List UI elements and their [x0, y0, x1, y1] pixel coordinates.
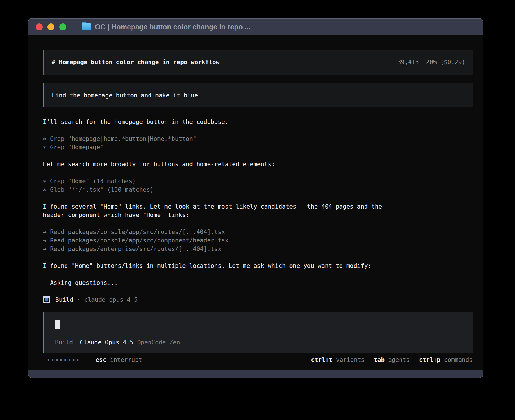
agent-status-line: Build · claude-opus-4-5: [43, 296, 401, 304]
session-header: # Homepage button color change in repo w…: [43, 50, 473, 75]
tool-call-line: ∗ Grep "homepage|home.*button|Home.*butt…: [43, 135, 401, 143]
session-cost: ($0.29): [440, 58, 465, 66]
zoom-window-button[interactable]: [59, 23, 66, 30]
assistant-text: I'll search for the homepage button in t…: [43, 118, 401, 126]
tool-call-line: → Read packages/enterprise/src/routes/[.…: [43, 245, 401, 253]
assistant-text: I found several "Home" links. Let me loo…: [43, 202, 401, 219]
terminal-window: OC | Homepage button color change in rep…: [28, 18, 483, 378]
conversation-transcript: I'll search for the homepage button in t…: [43, 118, 401, 304]
hint-commands: ctrl+p commands: [419, 356, 473, 364]
user-message: Find the homepage button and make it blu…: [43, 83, 473, 107]
separator-dot: ·: [77, 296, 80, 304]
session-stats: 39,413 20% ($0.29): [398, 58, 465, 66]
input-provider-label: OpenCode Zen: [137, 338, 180, 347]
window-titlebar[interactable]: OC | Homepage button color change in rep…: [28, 19, 483, 35]
agent-build-icon: [43, 296, 50, 303]
token-count: 39,413: [398, 58, 419, 66]
user-message-text: Find the homepage button and make it blu…: [52, 91, 198, 100]
terminal-content: # Homepage button color change in repo w…: [28, 35, 483, 370]
tool-call-line: ∗ Glob "**/*.tsx" (100 matches): [43, 185, 401, 194]
status-text: ~ Asking questions...: [43, 279, 401, 287]
prompt-input[interactable]: Build Claude Opus 4.5 OpenCode Zen: [43, 312, 473, 353]
agent-name: Build: [55, 296, 73, 304]
hint-variants: ctrl+t variants: [311, 356, 365, 364]
window-title: OC | Homepage button color change in rep…: [95, 23, 250, 31]
text-cursor: [55, 320, 60, 329]
session-title: # Homepage button color change in repo w…: [52, 58, 219, 66]
hint-interrupt: esc interrupt: [96, 356, 142, 364]
context-percent: 20%: [426, 58, 437, 66]
hint-agents: tab agents: [374, 356, 410, 364]
assistant-text: I found "Home" buttons/links in multiple…: [43, 262, 401, 270]
folder-icon: [82, 23, 91, 30]
input-status-line: Build Claude Opus 4.5 OpenCode Zen: [55, 338, 465, 347]
tool-call-line: ∗ Grep "Home" (18 matches): [43, 177, 401, 185]
assistant-text: Let me search more broadly for buttons a…: [43, 160, 401, 169]
tool-call-line: ∗ Grep "Homepage": [43, 143, 401, 152]
tool-call-line: → Read packages/console/app/src/routes/[…: [43, 228, 401, 236]
model-name: claude-opus-4-5: [84, 296, 138, 304]
keyboard-hints: ctrl+t variants tab agents ctrl+p comman…: [302, 356, 473, 364]
spinner-dots-icon: ▪▪▪▪▪▪▪▪: [47, 356, 81, 364]
status-bar: ▪▪▪▪▪▪▪▪ esc interrupt ctrl+t variants t…: [43, 356, 473, 364]
input-model-label: Claude Opus 4.5: [80, 338, 134, 347]
minimize-window-button[interactable]: [47, 23, 54, 30]
input-agent-label: Build: [55, 338, 73, 347]
close-window-button[interactable]: [36, 23, 43, 30]
window-bottom-chrome: [28, 370, 483, 378]
tool-call-line: → Read packages/console/app/src/componen…: [43, 236, 401, 245]
